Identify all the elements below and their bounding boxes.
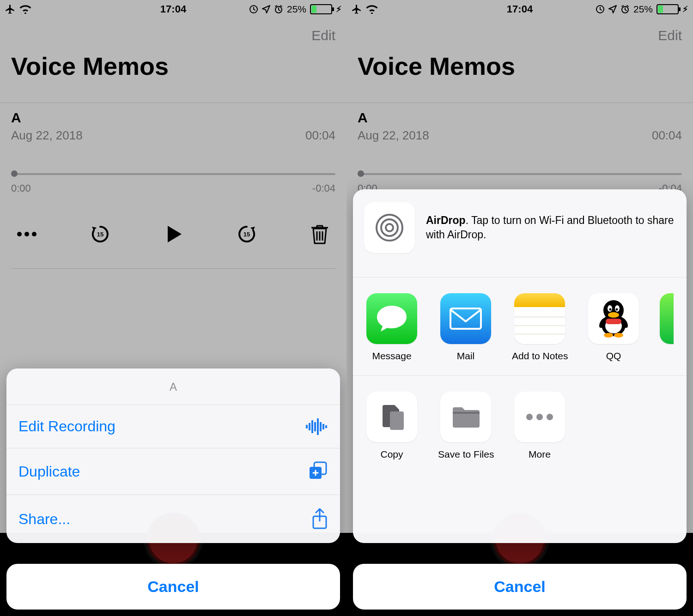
memo-title: A	[358, 110, 682, 126]
action-sheet-title: A	[6, 368, 340, 405]
memo-duration: 00:04	[652, 128, 682, 143]
edit-button[interactable]: Edit	[358, 24, 682, 52]
svg-rect-8	[309, 423, 310, 430]
folder-icon	[440, 392, 491, 442]
message-icon	[366, 293, 417, 344]
playback-scrubber[interactable]	[358, 170, 682, 178]
battery-icon	[310, 4, 332, 14]
app-label: Message	[364, 350, 419, 362]
edit-recording-button[interactable]: Edit Recording	[6, 405, 340, 448]
svg-rect-9	[311, 420, 313, 433]
svg-point-4	[32, 232, 36, 236]
cancel-button[interactable]: Cancel	[6, 564, 340, 610]
page-title: Voice Memos	[358, 52, 682, 89]
skip-forward-15-button[interactable]: 15	[233, 220, 261, 248]
waveform-icon	[306, 418, 328, 435]
cancel-button[interactable]: Cancel	[353, 564, 687, 610]
trash-button[interactable]	[306, 220, 334, 248]
status-bar: 17:04 25% ⚡︎	[346, 0, 693, 18]
skip-back-15-button[interactable]: 15	[86, 220, 114, 248]
edit-button[interactable]: Edit	[11, 24, 335, 52]
screen-left: 17:04 25% ⚡︎ Edit Voice Memos	[0, 0, 346, 616]
header: Edit Voice Memos	[0, 18, 346, 89]
playback-scrubber[interactable]	[11, 170, 335, 178]
svg-rect-11	[317, 418, 319, 435]
share-app-qq[interactable]: QQ	[586, 293, 641, 362]
page-title: Voice Memos	[11, 52, 335, 89]
header: Edit Voice Memos	[346, 18, 693, 89]
share-actions-row[interactable]: Copy Save to Files More	[353, 376, 687, 474]
action-save-to-files[interactable]: Save to Files	[438, 392, 493, 460]
action-more[interactable]: More	[512, 392, 567, 460]
app-label: Add to Notes	[512, 350, 567, 362]
action-label: Edit Recording	[18, 418, 116, 435]
svg-point-29	[616, 308, 618, 311]
share-app-notes[interactable]: Add to Notes	[512, 293, 567, 362]
action-copy[interactable]: Copy	[364, 392, 419, 460]
share-app-partial[interactable]	[660, 293, 674, 362]
share-apps-row[interactable]: Message Mail Add to Notes	[353, 278, 687, 376]
battery-icon	[657, 4, 679, 14]
svg-point-2	[17, 232, 22, 236]
svg-point-37	[526, 414, 533, 420]
svg-point-20	[386, 224, 393, 231]
app-label: QQ	[586, 350, 641, 362]
svg-rect-14	[325, 425, 327, 428]
action-label: More	[512, 449, 567, 460]
svg-rect-13	[322, 424, 324, 429]
qq-icon	[588, 293, 639, 344]
svg-point-28	[609, 308, 612, 311]
status-bar: 17:04 25% ⚡︎	[0, 0, 346, 18]
svg-rect-12	[320, 422, 322, 431]
more-options-button[interactable]	[13, 220, 41, 248]
svg-point-33	[604, 333, 613, 338]
memo-date: Aug 22, 2018	[11, 128, 83, 143]
svg-text:15: 15	[97, 231, 103, 238]
more-icon	[514, 392, 565, 442]
action-label: Share...	[18, 511, 70, 528]
svg-point-39	[547, 414, 553, 420]
memo-duration: 00:04	[305, 128, 335, 143]
screen-right: 17:04 25% ⚡︎ Edit Voice Memos	[346, 0, 693, 616]
mail-icon	[440, 293, 491, 344]
share-icon	[311, 508, 328, 530]
action-label: Copy	[364, 449, 419, 460]
status-time: 17:04	[346, 3, 693, 15]
status-time: 17:04	[0, 3, 346, 15]
time-elapsed: 0:00	[11, 182, 31, 194]
share-button[interactable]: Share...	[6, 495, 340, 543]
svg-rect-7	[306, 425, 308, 429]
action-label: Save to Files	[438, 449, 493, 460]
notes-icon	[514, 293, 565, 344]
svg-rect-32	[606, 319, 621, 324]
airdrop-text: AirDrop. Tap to turn on Wi-Fi and Blueto…	[426, 213, 675, 242]
duplicate-icon	[308, 461, 328, 482]
app-label: Mail	[438, 350, 493, 362]
time-remaining: -0:04	[312, 182, 335, 194]
svg-point-30	[608, 312, 619, 318]
airdrop-row[interactable]: AirDrop. Tap to turn on Wi-Fi and Blueto…	[353, 189, 687, 278]
play-button[interactable]	[159, 220, 187, 248]
svg-point-3	[24, 232, 29, 236]
memo-item[interactable]: A Aug 22, 2018 00:04 0:00 -0:04	[346, 103, 693, 194]
memo-item[interactable]: A Aug 22, 2018 00:04 0:00 -0:04 15	[0, 103, 346, 269]
copy-icon	[366, 392, 417, 442]
memo-title: A	[11, 110, 335, 126]
svg-point-34	[614, 333, 623, 338]
svg-text:15: 15	[243, 231, 249, 238]
svg-rect-23	[450, 308, 481, 329]
airdrop-icon	[364, 202, 415, 253]
share-app-message[interactable]: Message	[364, 293, 419, 362]
svg-rect-10	[314, 422, 316, 431]
svg-point-21	[381, 219, 398, 236]
share-app-mail[interactable]: Mail	[438, 293, 493, 362]
duplicate-button[interactable]: Duplicate	[6, 448, 340, 495]
memo-date: Aug 22, 2018	[358, 128, 429, 143]
svg-rect-35	[390, 411, 404, 430]
svg-rect-36	[453, 412, 480, 414]
svg-point-38	[536, 414, 543, 420]
action-sheet: A Edit Recording Duplicate Share...	[6, 368, 340, 543]
action-label: Duplicate	[18, 463, 80, 480]
app-icon-partial	[660, 293, 674, 344]
share-sheet: AirDrop. Tap to turn on Wi-Fi and Blueto…	[353, 189, 687, 543]
